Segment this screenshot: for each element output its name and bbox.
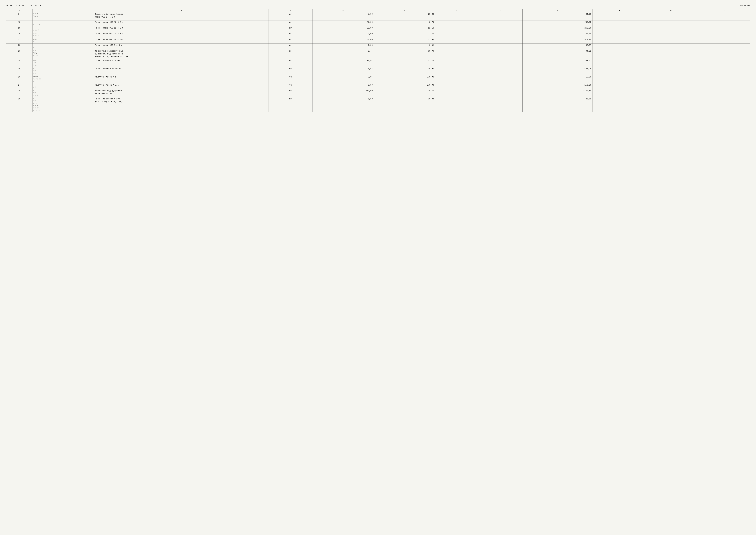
- col-header-1: 1: [6, 9, 33, 12]
- row-col7: [435, 32, 479, 38]
- row-col8: [479, 89, 522, 97]
- page-number: - 12 -: [41, 5, 740, 7]
- row-desc: То же, из бетона М–200Цена 28,4+(28,2–26…: [94, 97, 269, 112]
- row-total: 1262,57: [522, 59, 592, 67]
- row-price: 8,75: [374, 20, 435, 26]
- row-price: 17,60: [374, 32, 435, 38]
- row-total: 266,20: [522, 26, 592, 32]
- row-num: 18: [6, 20, 33, 26]
- row-desc: То же, марки ФБС 9.4.6–т: [94, 43, 269, 49]
- row-desc: Монолитные железобетонныефундаменты под …: [94, 49, 269, 59]
- row-col7: [435, 59, 479, 67]
- row-ref: —"—п.12-10: [33, 20, 94, 26]
- row-ref: —"—п.12-1: [33, 32, 94, 38]
- row-num: 23: [6, 49, 33, 59]
- row-col7: [435, 26, 479, 32]
- row-col7: [435, 83, 479, 89]
- row-unit: тн: [269, 83, 312, 89]
- row-col7: [435, 89, 479, 97]
- row-col8: [479, 83, 522, 89]
- row-col11: [645, 89, 697, 97]
- row-ref: С С ЦТом-212–3: [33, 12, 94, 20]
- row-price: 22,60: [374, 38, 435, 43]
- row-col10: [592, 38, 645, 43]
- row-ref: 6–1–1табл.6.1–1: [33, 89, 94, 97]
- row-unit: шт: [269, 32, 312, 38]
- row-col12: [697, 43, 750, 49]
- row-col11: [645, 59, 697, 67]
- row-unit: м³: [269, 49, 312, 59]
- row-col10: [592, 97, 645, 112]
- row-col8: [479, 67, 522, 75]
- row-total: 236,25: [522, 20, 592, 26]
- row-unit: шт: [269, 12, 312, 20]
- row-ref: —"—п.12-5: [33, 26, 94, 32]
- row-price: 38,90: [374, 49, 435, 59]
- row-col11: [645, 12, 697, 20]
- row-unit: м3: [269, 67, 312, 75]
- see-label: СМ. АЛ.УП: [30, 5, 41, 7]
- row-qty: 1,50: [312, 97, 374, 112]
- row-col10: [592, 32, 645, 38]
- row-col12: [697, 83, 750, 89]
- row-ref: —"—п.12-12: [33, 43, 94, 49]
- row-col8: [479, 38, 522, 43]
- row-qty: 3,00: [312, 12, 374, 20]
- row-desc: То же, марки ФБС 24.3.6–т: [94, 32, 269, 38]
- row-col11: [645, 67, 697, 75]
- row-col8: [479, 26, 522, 32]
- row-num: 25: [6, 67, 33, 75]
- row-col7: [435, 20, 479, 26]
- row-num: 20: [6, 32, 33, 38]
- row-price: 28,40: [374, 89, 435, 97]
- row-desc: Стоимость бетонных блоковмарки ФБС 24.5.…: [94, 12, 269, 20]
- table-row: 22—"—п.12-12То же, марки ФБС 9.4.6–тшт7,…: [6, 43, 750, 49]
- col-header-10: 10: [592, 9, 645, 12]
- col-header-2: 2: [33, 9, 94, 12]
- row-col12: [697, 75, 750, 83]
- row-qty: 0,04: [312, 75, 374, 83]
- document-header: ТП 272-11-29.85 СМ. АЛ.УП - 12 - 20881-0…: [6, 5, 750, 8]
- row-num: 28: [6, 89, 33, 97]
- row-qty: 7,00: [312, 43, 374, 49]
- col-header-5: 5: [312, 9, 374, 12]
- row-ref: 6–6Табл6.1–6: [33, 59, 94, 67]
- row-col7: [435, 97, 479, 112]
- row-total: 159,30: [522, 83, 592, 89]
- row-unit: м3: [269, 97, 312, 112]
- row-col7: [435, 43, 479, 49]
- row-col12: [697, 67, 750, 75]
- row-price: 35,00: [374, 67, 435, 75]
- row-num: 17: [6, 12, 33, 20]
- row-col8: [479, 97, 522, 112]
- row-col7: [435, 38, 479, 43]
- row-col8: [479, 12, 522, 20]
- row-col8: [479, 59, 522, 67]
- row-unit: шт: [269, 38, 312, 43]
- row-qty: 22,00: [312, 26, 374, 32]
- row-col7: [435, 67, 479, 75]
- row-total: 971,80: [522, 38, 592, 43]
- row-col10: [592, 26, 645, 32]
- row-ref: ССРСЦчасть–IIп.1: [33, 75, 94, 83]
- table-row: 19—"—п.12-5То же, марки ФБС 12.4.6–тшт22…: [6, 26, 750, 32]
- row-price: 37,20: [374, 59, 435, 67]
- row-col10: [592, 75, 645, 83]
- row-unit: шт: [269, 26, 312, 32]
- row-num: 29: [6, 97, 33, 112]
- row-qty: 5,55: [312, 67, 374, 75]
- table-row: 27—"—п.3Арматура класса А–III.тн0,59270,…: [6, 83, 750, 89]
- document-id: 20881-07: [740, 5, 750, 7]
- row-col7: [435, 49, 479, 59]
- row-col8: [479, 20, 522, 26]
- row-col8: [479, 49, 522, 59]
- row-col12: [697, 49, 750, 59]
- row-qty: 111,00: [312, 89, 374, 97]
- row-col8: [479, 75, 522, 83]
- row-desc: То же, марки ФБС 12.4.6–т: [94, 26, 269, 32]
- row-col12: [697, 20, 750, 26]
- row-col7: [435, 75, 479, 83]
- table-row: 236–5Табл6.1–5Монолитные железобетонныеф…: [6, 49, 750, 59]
- row-ref: —"—п.12-2: [33, 38, 94, 43]
- row-price: 30,34: [374, 97, 435, 112]
